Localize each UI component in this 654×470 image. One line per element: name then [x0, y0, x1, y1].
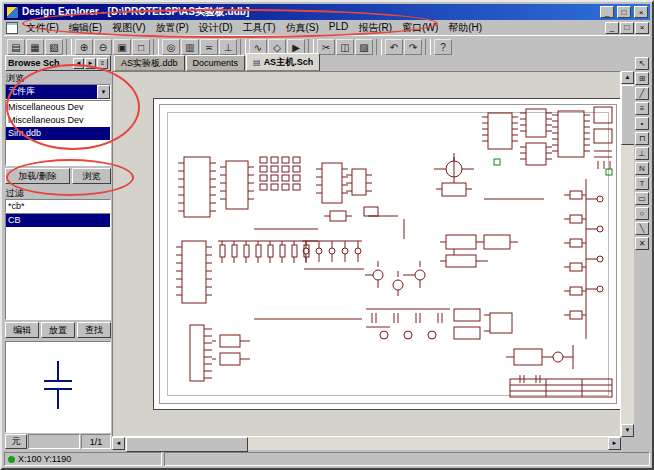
- toolbar-separator: [66, 39, 72, 55]
- library-list-item[interactable]: Miscellaneous Dev: [6, 101, 110, 114]
- panel-footer: 元 1/1: [5, 434, 111, 449]
- coordinates-text: X:100 Y:1190: [18, 454, 71, 464]
- minimize-button[interactable]: _: [600, 6, 614, 18]
- library-list-item[interactable]: Sim.ddb: [6, 127, 110, 140]
- close-button[interactable]: ×: [634, 6, 648, 18]
- footer-mode-button[interactable]: 元: [5, 434, 27, 449]
- toolbar-separator: [425, 39, 431, 55]
- schematic-drawing: [154, 99, 621, 409]
- power-objects-icon[interactable]: ⊥: [219, 39, 237, 55]
- print-preview-icon[interactable]: ▧: [45, 39, 63, 55]
- rectangle-tool-icon[interactable]: ▭: [635, 192, 649, 205]
- cut-icon[interactable]: ✂: [317, 39, 335, 55]
- zoom-all-icon[interactable]: □: [132, 39, 150, 55]
- part-tool-icon[interactable]: ⊓: [635, 132, 649, 145]
- line-tool-icon[interactable]: ╲: [635, 222, 649, 235]
- power-port-tool-icon[interactable]: ⊥: [635, 147, 649, 160]
- panel-title: Browse Sch: [8, 58, 72, 68]
- tab-label: AS实验板.ddb: [121, 57, 178, 70]
- panel-left-arrow-icon[interactable]: ◄: [73, 58, 84, 69]
- menu-item-2[interactable]: 编辑(E): [64, 20, 107, 36]
- canvas-vertical-scrollbar[interactable]: ▲ ▼: [621, 71, 634, 437]
- panel-right-arrow-icon[interactable]: ►: [85, 58, 96, 69]
- toolbar-separator: [240, 39, 246, 55]
- ellipse-tool-icon[interactable]: ○: [635, 207, 649, 220]
- menu-item-11[interactable]: 帮助(H): [443, 20, 487, 36]
- menu-item-4[interactable]: 放置(P): [150, 20, 193, 36]
- part-page-indicator: 1/1: [81, 434, 111, 449]
- add-remove-library-button[interactable]: 加载/删除: [5, 168, 70, 184]
- browse-panel: Browse Sch ◄ ► ≡ 浏览 元件库 ▼ Miscellaneous …: [4, 55, 113, 450]
- menu-item-9[interactable]: 报告(R): [353, 20, 397, 36]
- browse-library-button[interactable]: 浏览: [72, 168, 111, 184]
- bus-tool-icon[interactable]: ≡: [635, 102, 649, 115]
- status-message-cell: [164, 452, 650, 466]
- drawing-toolbar: ↖⊞╱≡•⊓⊥NT▭○╲✕: [634, 55, 650, 450]
- menu-item-10[interactable]: 窗口(W): [397, 20, 443, 36]
- copy-icon[interactable]: ◫: [336, 39, 354, 55]
- scroll-down-icon[interactable]: ▼: [621, 424, 634, 437]
- delete-tool-icon[interactable]: ✕: [635, 237, 649, 250]
- scroll-right-icon[interactable]: ►: [608, 437, 621, 450]
- paste-icon[interactable]: ▨: [355, 39, 373, 55]
- component-listbox[interactable]: CB: [5, 213, 111, 320]
- document-tab-2[interactable]: Documents: [186, 55, 246, 71]
- zoom-in-icon[interactable]: ⊕: [75, 39, 93, 55]
- net-label-tool-icon[interactable]: N: [635, 162, 649, 175]
- menu-item-1[interactable]: 文件(F): [21, 20, 64, 36]
- maximize-button[interactable]: □: [617, 6, 631, 18]
- scroll-left-icon[interactable]: ◄: [112, 437, 125, 450]
- schematic-canvas[interactable]: [112, 71, 621, 437]
- tab-label: Documents: [193, 57, 239, 70]
- toolbar-separator: [153, 39, 159, 55]
- filter-input[interactable]: [5, 199, 111, 213]
- panel-menu-icon[interactable]: ≡: [97, 58, 108, 69]
- place-component-button[interactable]: 放置: [41, 322, 75, 338]
- find-component-button[interactable]: 查找: [77, 322, 111, 338]
- window-title: Design Explorer - [D:\PROTELSP\AS实验板.ddb…: [22, 5, 597, 19]
- cross-probe-icon[interactable]: ◎: [162, 39, 180, 55]
- mdi-minimize-button[interactable]: _: [605, 22, 619, 34]
- filter-label: 过滤: [5, 186, 111, 199]
- open-document-icon[interactable]: ▤: [7, 39, 25, 55]
- document-area: AS实验板.ddbDocuments▤AS主机.Sch: [112, 55, 634, 450]
- undo-icon[interactable]: ↶: [385, 39, 403, 55]
- toolbar-separator: [376, 39, 382, 55]
- junction-tool-icon[interactable]: •: [635, 117, 649, 130]
- canvas-horizontal-scrollbar[interactable]: ◄ ►: [112, 437, 621, 450]
- browse-mode-dropdown[interactable]: 元件库 ▼: [5, 84, 111, 100]
- chevron-down-icon[interactable]: ▼: [97, 85, 110, 99]
- zoom-window-icon[interactable]: ▣: [113, 39, 131, 55]
- document-tab-1[interactable]: AS实验板.ddb: [114, 55, 185, 71]
- sheet-icon: ▤: [253, 56, 261, 69]
- mdi-window-controls: _ □ ×: [605, 22, 650, 34]
- zoom-area-tool-icon[interactable]: ⊞: [635, 72, 649, 85]
- select-tool-icon[interactable]: ↖: [635, 57, 649, 70]
- redo-icon[interactable]: ↷: [404, 39, 422, 55]
- scroll-up-icon[interactable]: ▲: [621, 71, 634, 84]
- text-tool-icon[interactable]: T: [635, 177, 649, 190]
- edit-component-button[interactable]: 编辑: [5, 322, 39, 338]
- library-buttons: 加载/删除 浏览: [5, 168, 111, 184]
- menu-item-5[interactable]: 设计(D): [194, 20, 238, 36]
- wire-tool-icon[interactable]: ╱: [635, 87, 649, 100]
- menu-item-7[interactable]: 仿真(S): [280, 20, 323, 36]
- browse-label: 浏览: [5, 71, 111, 84]
- horizontal-scroll-thumb[interactable]: [126, 437, 248, 452]
- menu-item-6[interactable]: 工具(T): [238, 20, 281, 36]
- menu-item-3[interactable]: 视图(V): [107, 20, 150, 36]
- wiring-tools-icon[interactable]: ≍: [200, 39, 218, 55]
- component-preview: [5, 341, 111, 433]
- schematic-sheet: [153, 98, 621, 410]
- document-tab-3[interactable]: ▤AS主机.Sch: [246, 53, 320, 71]
- print-icon[interactable]: ▦: [26, 39, 44, 55]
- library-listbox[interactable]: Miscellaneous DevMiscellaneous DevSim.dd…: [5, 100, 111, 166]
- zoom-out-icon[interactable]: ⊖: [94, 39, 112, 55]
- component-list-item[interactable]: CB: [6, 214, 110, 227]
- mdi-restore-button[interactable]: □: [620, 22, 634, 34]
- mdi-close-button[interactable]: ×: [635, 22, 649, 34]
- browse-library-icon[interactable]: ▥: [181, 39, 199, 55]
- help-icon[interactable]: ?: [434, 39, 452, 55]
- menu-item-8[interactable]: PLD: [324, 20, 353, 36]
- library-list-item[interactable]: Miscellaneous Dev: [6, 114, 110, 127]
